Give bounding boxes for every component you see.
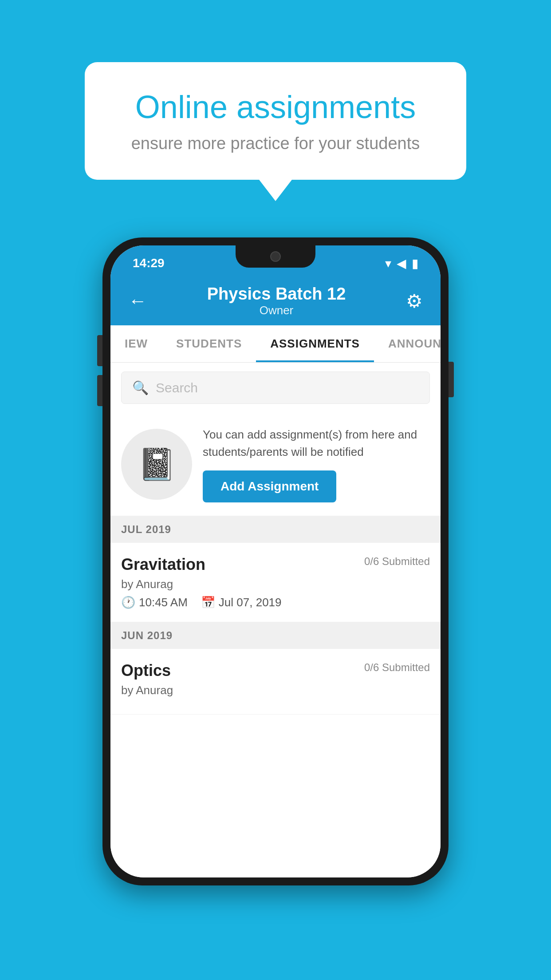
header-subtitle: Owner	[207, 304, 346, 317]
signal-icon: ◀	[397, 256, 406, 271]
header-center: Physics Batch 12 Owner	[207, 285, 346, 317]
assignment-time-gravitation: 10:45 AM	[139, 596, 188, 609]
notebook-icon: 📓	[138, 446, 176, 482]
status-icons: ▾ ◀ ▮	[385, 256, 418, 271]
tab-assignments[interactable]: ASSIGNMENTS	[256, 325, 374, 362]
section-jun-2019: JUN 2019	[110, 622, 441, 649]
assignment-meta-gravitation: 🕐 10:45 AM 📅 Jul 07, 2019	[121, 596, 430, 609]
assignment-top-optics: Optics 0/6 Submitted	[121, 661, 430, 680]
status-time: 14:29	[133, 256, 165, 270]
assignment-name-optics: Optics	[121, 661, 171, 680]
meta-time-gravitation: 🕐 10:45 AM	[121, 596, 188, 609]
add-assignment-button[interactable]: Add Assignment	[203, 470, 336, 502]
tab-iew[interactable]: IEW	[110, 325, 162, 362]
bubble-title: Online assignments	[116, 89, 435, 125]
promo-text-area: You can add assignment(s) from here and …	[203, 426, 430, 502]
header-title: Physics Batch 12	[207, 285, 346, 304]
submitted-count-optics: 0/6 Submitted	[364, 661, 430, 674]
bubble-subtitle: ensure more practice for your students	[116, 134, 435, 153]
settings-icon[interactable]: ⚙	[406, 290, 423, 312]
calendar-icon: 📅	[201, 596, 215, 609]
wifi-icon: ▾	[385, 256, 391, 271]
meta-date-gravitation: 📅 Jul 07, 2019	[201, 596, 282, 609]
speech-bubble: Online assignments ensure more practice …	[85, 62, 466, 180]
promo-description: You can add assignment(s) from here and …	[203, 426, 430, 461]
search-input[interactable]: Search	[156, 380, 198, 395]
assignment-optics[interactable]: Optics 0/6 Submitted by Anurag	[110, 649, 441, 715]
assignment-top-gravitation: Gravitation 0/6 Submitted	[121, 555, 430, 574]
assignment-name-gravitation: Gravitation	[121, 555, 205, 574]
tab-announcements[interactable]: ANNOUNCEM…	[374, 325, 441, 362]
front-camera	[270, 251, 281, 262]
app-header: ← Physics Batch 12 Owner ⚙	[110, 277, 441, 325]
content-area: 🔍 Search 📓 You can add assignment(s) fro…	[110, 363, 441, 877]
phone-screen: 14:29 ▾ ◀ ▮ ← Physics Batch 12 Owner ⚙ I…	[110, 245, 441, 877]
section-jul-2019: JUL 2019	[110, 516, 441, 543]
assignment-date-gravitation: Jul 07, 2019	[219, 596, 282, 609]
tab-students[interactable]: STUDENTS	[162, 325, 256, 362]
clock-icon: 🕐	[121, 596, 135, 609]
submitted-count-gravitation: 0/6 Submitted	[364, 555, 430, 568]
assignment-icon-circle: 📓	[121, 429, 192, 500]
back-button[interactable]: ←	[128, 290, 147, 312]
assignment-gravitation[interactable]: Gravitation 0/6 Submitted by Anurag 🕐 10…	[110, 543, 441, 622]
volume-up-button	[97, 335, 102, 366]
power-button	[449, 362, 454, 397]
search-bar[interactable]: 🔍 Search	[121, 371, 430, 404]
phone-mockup: 14:29 ▾ ◀ ▮ ← Physics Batch 12 Owner ⚙ I…	[102, 237, 449, 885]
phone-frame: 14:29 ▾ ◀ ▮ ← Physics Batch 12 Owner ⚙ I…	[102, 237, 449, 885]
battery-icon: ▮	[412, 256, 418, 271]
promo-card: 📓 You can add assignment(s) from here an…	[110, 413, 441, 516]
search-container: 🔍 Search	[110, 363, 441, 413]
phone-notch	[236, 245, 315, 268]
search-icon: 🔍	[132, 380, 149, 395]
assignment-by-gravitation: by Anurag	[121, 577, 430, 591]
assignment-by-optics: by Anurag	[121, 684, 430, 697]
volume-down-button	[97, 375, 102, 406]
promo-section: Online assignments ensure more practice …	[0, 0, 551, 180]
tabs-bar: IEW STUDENTS ASSIGNMENTS ANNOUNCEM…	[110, 325, 441, 363]
